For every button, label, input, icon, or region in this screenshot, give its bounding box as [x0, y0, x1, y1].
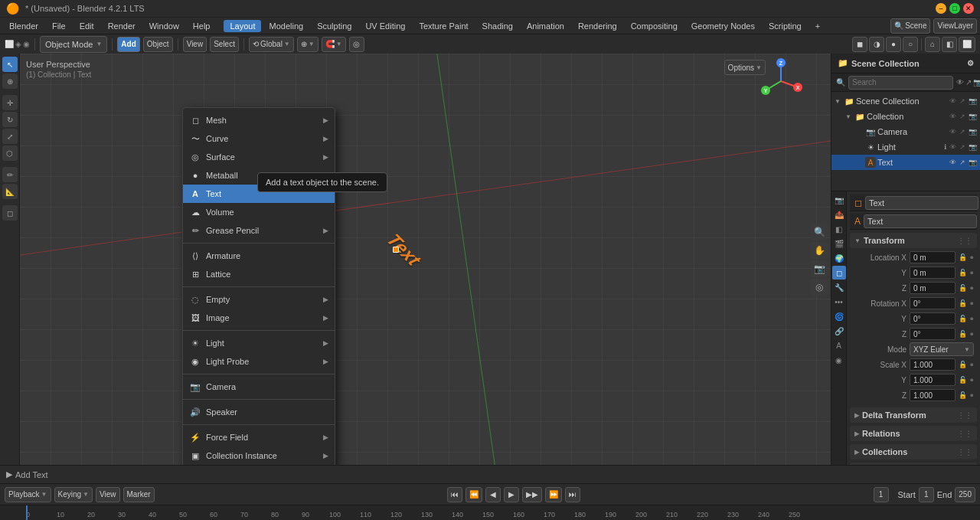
rotation-y-value[interactable]: 0° [910, 312, 956, 325]
marker-button[interactable]: Marker [123, 487, 155, 502]
play-forward-button[interactable]: ▶▶ [522, 487, 542, 502]
move-tool[interactable]: ✛ [2, 95, 18, 110]
scale-y-value[interactable]: 1.000 [910, 374, 956, 386]
prop-world-icon[interactable]: 🌍 [832, 251, 846, 265]
prop-physics-icon[interactable]: 🌀 [832, 309, 846, 323]
lock-sz-icon[interactable]: 🔓 [959, 391, 967, 399]
menu-item-armature[interactable]: ⟨⟩ Armature [183, 247, 335, 265]
viewport-shading-eevee[interactable]: ○ [903, 37, 918, 52]
rotation-mode-dropdown[interactable]: XYZ Euler ▼ [910, 342, 974, 356]
minimize-button[interactable]: – [936, 3, 946, 14]
menu-item-volume[interactable]: ☁ Volume [183, 203, 335, 221]
focus-button[interactable]: ◎ [811, 279, 828, 296]
search-scene[interactable]: 🔍 Scene [890, 18, 930, 34]
xray-toggle[interactable]: ⬜ [959, 37, 975, 52]
cam-render-icon[interactable]: 📷 [969, 128, 977, 136]
location-x-value[interactable]: 0 m [910, 251, 956, 263]
tab-modeling[interactable]: Modeling [263, 20, 309, 32]
text-eye-icon[interactable]: 👁 [949, 159, 956, 166]
anim-rz-icon[interactable]: ● [970, 330, 974, 338]
object-menu-button[interactable]: Object [143, 37, 173, 52]
scene-select-icon[interactable]: ↗ [959, 97, 965, 105]
tree-item-text[interactable]: ▶ A Text 👁 ↗ 📷 [831, 155, 980, 170]
tab-layout[interactable]: Layout [224, 20, 261, 32]
timeline-view-button[interactable]: View [96, 487, 120, 502]
col-render-icon[interactable]: 📷 [969, 113, 977, 120]
pan-button[interactable]: ✋ [811, 242, 828, 259]
playback-button[interactable]: Playback ▼ [5, 487, 51, 502]
prop-view-layer-icon[interactable]: ◧ [832, 222, 846, 236]
start-frame-input[interactable]: 1 [919, 487, 934, 502]
transform-header[interactable]: ▼ Transform ⋮⋮ [850, 233, 977, 248]
outliner-filter-icon[interactable]: ⚙ [967, 59, 974, 67]
eye-icon[interactable]: 👁 [956, 78, 964, 87]
tab-sculpting[interactable]: Sculpting [311, 20, 358, 32]
add-cube-tool[interactable]: ◻ [2, 205, 18, 221]
anim-sy-icon[interactable]: ● [970, 376, 974, 384]
object-data-name-input[interactable] [864, 214, 977, 228]
menu-help[interactable]: Help [187, 20, 217, 32]
tab-add[interactable]: + [809, 20, 826, 32]
light-eye-icon[interactable]: 👁 [949, 143, 956, 151]
maximize-button[interactable]: □ [949, 3, 960, 14]
overlay-toggle[interactable]: ◧ [942, 37, 957, 52]
step-forward-button[interactable]: ⏩ [545, 487, 562, 502]
view-menu-button[interactable]: View [183, 37, 207, 52]
prop-particles-icon[interactable]: ••• [832, 295, 846, 309]
tab-animation[interactable]: Animation [521, 20, 570, 32]
col-select-icon[interactable]: ↗ [959, 113, 965, 120]
delta-transform-header[interactable]: ▶ Delta Transform ⋮⋮ [850, 407, 977, 423]
rotation-z-value[interactable]: 0° [910, 328, 956, 340]
anim-ry-icon[interactable]: ● [970, 315, 974, 322]
anim-rx-icon[interactable]: ● [970, 299, 974, 307]
lock-sx-icon[interactable]: 🔓 [959, 361, 967, 368]
instancing-header[interactable]: ▶ Instancing ⋮⋮ [850, 463, 977, 465]
lock-ry-icon[interactable]: 🔓 [959, 315, 967, 322]
select-menu-button[interactable]: Select [210, 37, 239, 52]
select-tool[interactable]: ↖ [2, 57, 18, 72]
lock-sy-icon[interactable]: 🔓 [959, 376, 967, 384]
relations-header[interactable]: ▶ Relations ⋮⋮ [850, 426, 977, 441]
tab-geometry-nodes[interactable]: Geometry Nodes [685, 20, 761, 32]
viewport[interactable]: User Perspective (1) Collection | Text T… [20, 54, 831, 465]
menu-file[interactable]: File [46, 20, 72, 32]
transform-mode-button[interactable]: ⟲ Global ▼ [249, 37, 294, 52]
measure-tool[interactable]: 📐 [2, 184, 18, 199]
location-y-value[interactable]: 0 m [910, 267, 956, 279]
play-pause-button[interactable]: ▶ [504, 487, 519, 502]
add-menu-button[interactable]: Add [117, 37, 139, 52]
snap-button[interactable]: 🧲 ▼ [322, 37, 346, 52]
step-back-button[interactable]: ⏪ [466, 487, 482, 502]
scale-tool[interactable]: ⤢ [2, 129, 18, 144]
tree-item-scene-collection[interactable]: ▼ 📁 Scene Collection 👁 ↗ 📷 [831, 93, 980, 109]
prop-constraints-icon[interactable]: 🔗 [832, 324, 846, 338]
lock-x-icon[interactable]: 🔓 [959, 253, 967, 261]
scene-eye-icon[interactable]: 👁 [949, 97, 956, 105]
keying-button[interactable]: Keying ▼ [54, 487, 93, 502]
gizmo-toggle[interactable]: ⌂ [925, 37, 940, 52]
menu-item-light[interactable]: ☀ Light ▶ [183, 334, 335, 352]
timeline-ruler[interactable]: 0 10 20 30 40 50 60 70 80 90 100 110 120… [0, 505, 980, 520]
search-viewlayer[interactable]: ViewLayer [933, 18, 977, 34]
scene-render-icon[interactable]: 📷 [969, 97, 977, 105]
object-mode-dropdown[interactable]: Object Mode ▼ [40, 36, 107, 53]
prop-object-icon[interactable]: ◻ [832, 266, 846, 280]
prop-render-icon[interactable]: 📷 [832, 193, 846, 207]
collections-header[interactable]: ▶ Collections ⋮⋮ [850, 444, 977, 459]
menu-item-light-probe[interactable]: ◉ Light Probe ▶ [183, 352, 335, 371]
lock-z-icon[interactable]: 🔓 [959, 284, 967, 292]
light-select-icon[interactable]: ↗ [959, 143, 965, 151]
menu-item-surface[interactable]: ◎ Surface ▶ [183, 148, 335, 166]
tab-rendering[interactable]: Rendering [572, 20, 623, 32]
object-name-input[interactable] [865, 196, 978, 210]
menu-edit[interactable]: Edit [74, 20, 100, 32]
play-back-button[interactable]: ◀ [485, 487, 501, 502]
tab-texture-paint[interactable]: Texture Paint [413, 20, 474, 32]
tab-compositing[interactable]: Compositing [625, 20, 684, 32]
menu-blender[interactable]: Blender [3, 20, 44, 32]
add-text-button[interactable]: ▶ Add Text [6, 469, 48, 479]
rotate-tool[interactable]: ↻ [2, 112, 18, 127]
jump-start-button[interactable]: ⏮ [447, 487, 462, 502]
scale-z-value[interactable]: 1.000 [910, 389, 956, 401]
menu-item-empty[interactable]: ◌ Empty ▶ [183, 290, 335, 309]
